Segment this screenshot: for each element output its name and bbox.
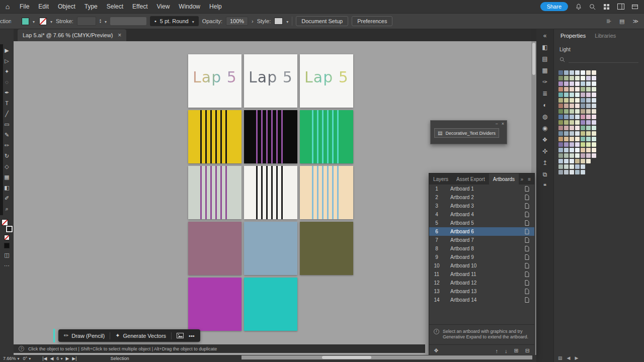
color-swatch[interactable] xyxy=(592,131,596,136)
artboard-row-8[interactable]: 8Artboard 8 xyxy=(429,244,534,253)
color-swatch[interactable] xyxy=(592,142,596,147)
color-swatch[interactable] xyxy=(592,70,596,75)
color-swatch[interactable] xyxy=(581,164,585,169)
color-swatch[interactable] xyxy=(564,81,569,86)
color-swatch[interactable] xyxy=(558,87,563,92)
color-swatch[interactable] xyxy=(558,159,563,163)
eyedropper-tool[interactable]: ✐ xyxy=(2,194,12,202)
color-swatch[interactable] xyxy=(564,170,569,174)
color-swatch[interactable] xyxy=(592,126,596,130)
stroke-indicator[interactable] xyxy=(6,226,13,232)
color-swatch[interactable] xyxy=(558,131,563,136)
page-icon[interactable] xyxy=(525,220,534,226)
panel-double-arrow-icon[interactable]: » xyxy=(521,176,524,182)
color-swatch[interactable] xyxy=(581,87,585,92)
page-icon[interactable] xyxy=(525,289,534,294)
document-tab[interactable]: Lap 5.ai* @ 7.66 % (CMYK/Preview) xyxy=(18,29,126,41)
color-swatch[interactable] xyxy=(575,104,580,108)
color-swatch[interactable] xyxy=(570,148,574,152)
color-swatch[interactable] xyxy=(575,137,580,141)
panel-minimize-icon[interactable]: − xyxy=(495,122,498,126)
color-swatch[interactable] xyxy=(581,81,585,86)
color-swatch[interactable] xyxy=(558,81,563,86)
color-swatch[interactable] xyxy=(575,126,580,130)
color-swatch[interactable] xyxy=(592,98,596,103)
color-swatch[interactable] xyxy=(575,76,580,80)
artboard-canvas-6[interactable] xyxy=(300,110,353,163)
color-swatch[interactable] xyxy=(570,120,574,125)
color-none-chip[interactable] xyxy=(4,235,10,240)
color-swatch[interactable] xyxy=(558,170,563,174)
color-swatch[interactable] xyxy=(570,87,574,92)
page-icon[interactable] xyxy=(525,254,534,260)
color-swatch[interactable] xyxy=(558,93,563,97)
pen-tool[interactable]: ✒ xyxy=(2,88,12,97)
move-down-icon[interactable]: ↓ xyxy=(505,348,508,354)
color-swatch[interactable] xyxy=(558,76,563,80)
next-artboard-button[interactable]: ▶ xyxy=(65,356,69,361)
color-swatch[interactable] xyxy=(558,120,563,125)
color-swatch[interactable] xyxy=(570,81,574,86)
color-swatch[interactable] xyxy=(558,164,563,169)
color-swatch[interactable] xyxy=(575,70,580,75)
move-up-icon[interactable]: ↑ xyxy=(496,348,499,354)
comments-icon[interactable]: ❝ xyxy=(543,183,546,189)
color-swatch[interactable] xyxy=(581,148,585,152)
color-swatch[interactable] xyxy=(570,137,574,141)
color-swatch[interactable] xyxy=(592,104,596,108)
color-swatch[interactable] xyxy=(575,170,580,174)
rotate-tool[interactable]: ↻ xyxy=(2,152,12,160)
brush-definition-dropdown[interactable]: • 5 pt. Round xyxy=(150,16,199,26)
collapse-controlbar-icon[interactable]: ≫ xyxy=(631,18,640,25)
color-swatch[interactable] xyxy=(564,98,569,103)
color-swatch[interactable] xyxy=(592,87,596,92)
page-icon[interactable] xyxy=(525,246,534,251)
color-swatch[interactable] xyxy=(570,164,574,169)
color-swatch[interactable] xyxy=(570,170,574,174)
forward-icon[interactable]: ▶ xyxy=(575,355,578,360)
color-swatch[interactable] xyxy=(558,142,563,147)
color-swatch[interactable] xyxy=(570,115,574,119)
color-swatch[interactable] xyxy=(570,153,574,158)
swatches-icon[interactable]: ▦ xyxy=(542,67,547,73)
library-name[interactable]: Light xyxy=(554,42,644,54)
color-swatch[interactable] xyxy=(575,142,580,147)
color-swatch[interactable] xyxy=(592,115,596,119)
document-setup-button[interactable]: Document Setup xyxy=(296,16,348,26)
color-swatch[interactable] xyxy=(586,131,591,136)
color-swatch[interactable] xyxy=(570,76,574,80)
color-swatch[interactable] xyxy=(570,142,574,147)
color-swatch[interactable] xyxy=(581,159,585,163)
color-swatch[interactable] xyxy=(581,115,585,119)
appearance-icon[interactable]: ◉ xyxy=(542,125,547,131)
color-swatch[interactable] xyxy=(581,131,585,136)
image-button[interactable] xyxy=(177,333,184,338)
color-swatch[interactable] xyxy=(581,104,585,108)
export-icon[interactable]: ↥ xyxy=(542,160,547,166)
panel-dock-icon[interactable]: ▤ xyxy=(618,18,626,25)
color-swatch[interactable] xyxy=(592,153,596,158)
artboard-row-1[interactable]: 1Artboard 1 xyxy=(429,185,534,193)
close-tab-icon[interactable] xyxy=(118,32,121,39)
menu-effect[interactable]: Effect xyxy=(128,0,152,13)
color-swatch[interactable] xyxy=(570,131,574,136)
color-swatch[interactable] xyxy=(564,104,569,108)
floating-panel-header[interactable]: − × xyxy=(431,121,507,127)
color-swatch[interactable] xyxy=(586,126,591,130)
color-swatch[interactable] xyxy=(570,98,574,103)
stroke-weight-caret-icon[interactable] xyxy=(105,18,107,24)
previous-artboard-button[interactable]: ◀ xyxy=(50,356,53,361)
color-swatch[interactable] xyxy=(564,76,569,80)
color-swatch[interactable] xyxy=(592,93,596,97)
fill-indicator[interactable] xyxy=(2,219,8,226)
color-swatch[interactable] xyxy=(586,76,591,80)
fill-color-swatch[interactable] xyxy=(22,18,29,25)
color-swatch[interactable] xyxy=(564,109,569,114)
horizontal-scroll-thumb[interactable] xyxy=(322,356,371,359)
color-swatch[interactable] xyxy=(558,126,563,130)
stroke-panel-icon[interactable]: ≣ xyxy=(542,90,547,97)
page-icon[interactable] xyxy=(525,237,534,243)
color-swatch[interactable] xyxy=(558,153,563,158)
color-swatch[interactable] xyxy=(564,137,569,141)
color-swatch[interactable] xyxy=(586,93,591,97)
